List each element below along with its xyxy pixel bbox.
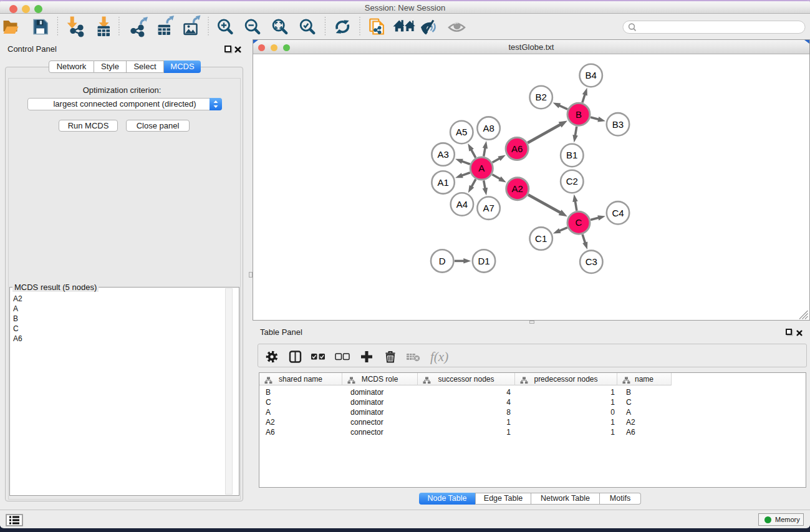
svg-text:A7: A7 <box>483 203 494 213</box>
svg-text:A4: A4 <box>456 199 468 210</box>
svg-text:f(x): f(x) <box>430 349 448 364</box>
svg-text:B: B <box>576 109 582 120</box>
svg-text:A1: A1 <box>437 177 448 188</box>
svg-text:B1: B1 <box>566 150 577 160</box>
svg-text:C1: C1 <box>535 233 547 244</box>
svg-text:A2: A2 <box>512 183 523 194</box>
svg-text:A3: A3 <box>437 149 448 160</box>
svg-text:B2: B2 <box>536 92 547 102</box>
svg-text:B4: B4 <box>586 70 597 80</box>
svg-text:A8: A8 <box>483 123 494 133</box>
svg-text:D1: D1 <box>478 256 489 266</box>
svg-text:D: D <box>439 256 446 266</box>
svg-text:C3: C3 <box>586 256 597 267</box>
svg-text:C2: C2 <box>566 176 578 186</box>
svg-text:A5: A5 <box>456 127 467 137</box>
svg-text:C4: C4 <box>612 208 624 218</box>
svg-text:C: C <box>576 217 582 228</box>
svg-text:A: A <box>478 163 485 173</box>
svg-text:B3: B3 <box>612 119 624 130</box>
svg-text:A6: A6 <box>511 143 523 154</box>
